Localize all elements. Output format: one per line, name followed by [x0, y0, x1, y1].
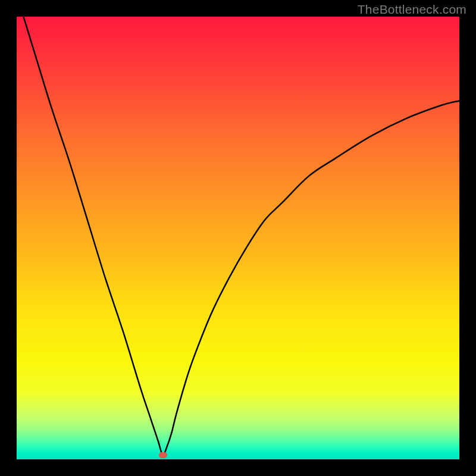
bottleneck-curve	[17, 17, 459, 459]
watermark-text: TheBottleneck.com	[358, 2, 466, 17]
chart-frame: TheBottleneck.com	[0, 0, 476, 476]
plot-area	[17, 17, 459, 459]
minimum-marker	[159, 452, 167, 458]
